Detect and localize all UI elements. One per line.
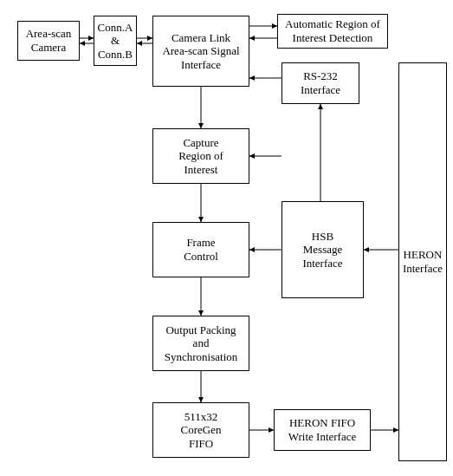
- label: Area-scanCamera: [26, 27, 72, 54]
- block-frame-control: FrameControl: [152, 222, 249, 277]
- block-hsb: HSBMessageInterface: [282, 201, 364, 298]
- label: Output PackingandSynchronisation: [165, 323, 238, 364]
- block-output-packing: Output PackingandSynchronisation: [152, 316, 249, 371]
- label: HSBMessageInterface: [302, 230, 342, 271]
- block-rs232: RS-232Interface: [282, 62, 359, 104]
- label: Automatic Region ofInterest Detection: [285, 17, 380, 44]
- block-heron-interface: HERONInterface: [398, 62, 447, 461]
- block-heron-fifo-write: HERON FIFOWrite Interface: [274, 409, 371, 451]
- block-auto-roi: Automatic Region ofInterest Detection: [277, 14, 388, 49]
- label: HERON FIFOWrite Interface: [288, 416, 357, 443]
- block-capture-roi: CaptureRegion ofInterest: [152, 128, 249, 184]
- block-camera-link: Camera LinkArea-scan SignalInterface: [152, 16, 249, 87]
- label: CaptureRegion ofInterest: [178, 136, 223, 177]
- label: HERONInterface: [403, 248, 443, 275]
- block-coregen-fifo: 511x32CoreGenFIFO: [152, 402, 249, 458]
- diagram-stage: Area-scanCamera Conn.A&Conn.B Camera Lin…: [0, 0, 453, 476]
- label: Camera LinkArea-scan SignalInterface: [162, 31, 239, 72]
- block-area-scan-camera: Area-scanCamera: [17, 21, 80, 61]
- label: RS-232Interface: [301, 69, 340, 96]
- label: FrameControl: [184, 236, 218, 263]
- label: Conn.A&Conn.B: [98, 21, 133, 62]
- block-conn: Conn.A&Conn.B: [94, 16, 137, 66]
- label: 511x32CoreGenFIFO: [181, 410, 222, 451]
